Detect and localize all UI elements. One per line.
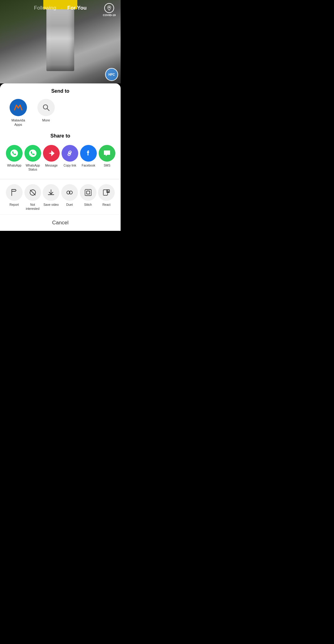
sms-icon-circle: [99, 145, 115, 162]
contact-row: Malavida Apps More: [5, 99, 116, 127]
svg-rect-9: [87, 191, 90, 194]
svg-marker-3: [49, 150, 54, 156]
nav-tabs: Following · For You: [32, 4, 89, 12]
contact-more[interactable]: More: [35, 99, 57, 127]
nav-bar: Following · For You COVID-19: [0, 0, 121, 16]
action-report[interactable]: Report: [5, 183, 24, 212]
avatar: HPC: [105, 68, 118, 81]
send-to-title: Send to: [5, 88, 116, 94]
bottom-sheet: Send to Malavida Apps: [0, 83, 121, 231]
action-duet[interactable]: Duet: [60, 183, 79, 212]
action-grid: Report Not interested Save video: [0, 182, 121, 214]
not-interested-label: Not interested: [24, 203, 41, 211]
action-not-interested[interactable]: Not interested: [24, 183, 42, 212]
report-label: Report: [10, 203, 19, 207]
divider: [0, 179, 121, 179]
react-label: React: [102, 203, 110, 207]
share-facebook[interactable]: Facebook: [79, 144, 98, 173]
copy-link-icon-circle: [62, 145, 78, 162]
nav-divider: ·: [61, 6, 62, 11]
contact-malavida[interactable]: Malavida Apps: [7, 99, 29, 127]
more-label: More: [42, 118, 50, 122]
facebook-label: Facebook: [82, 163, 95, 167]
facebook-icon-circle: [80, 145, 97, 162]
action-react[interactable]: React: [97, 183, 116, 212]
whatsapp-status-icon-circle: [24, 145, 41, 162]
covid-badge[interactable]: COVID-19: [103, 3, 116, 17]
share-to-section: Share to WhatsApp WhatsApp Status: [0, 129, 121, 176]
cancel-button[interactable]: Cancel: [52, 220, 69, 226]
save-video-icon-circle: [43, 184, 59, 201]
cancel-section: Cancel: [0, 214, 121, 231]
not-interested-icon-circle: [24, 184, 41, 201]
share-whatsapp[interactable]: WhatsApp: [5, 144, 24, 173]
report-icon-circle: [6, 184, 23, 201]
react-icon-circle: [98, 184, 115, 201]
share-grid: WhatsApp WhatsApp Status: [5, 144, 116, 174]
action-save-video[interactable]: Save video: [42, 183, 60, 212]
whatsapp-label: WhatsApp: [7, 163, 21, 167]
covid-label: COVID-19: [103, 14, 116, 17]
duet-icon-circle: [61, 184, 78, 201]
stitch-label: Stitch: [84, 203, 92, 207]
covid-icon: [104, 3, 114, 13]
share-whatsapp-status[interactable]: WhatsApp Status: [24, 144, 42, 173]
copy-link-label: Copy link: [63, 163, 76, 167]
svg-point-12: [108, 191, 108, 191]
message-icon-circle: [43, 145, 60, 162]
malavida-avatar: [10, 99, 27, 116]
tab-following[interactable]: Following: [32, 4, 59, 12]
tab-for-you[interactable]: For You: [65, 4, 89, 12]
save-video-label: Save video: [43, 203, 58, 207]
action-stitch[interactable]: Stitch: [79, 183, 97, 212]
share-message[interactable]: Message: [42, 144, 61, 173]
malavida-label: Malavida Apps: [7, 118, 29, 127]
message-label: Message: [45, 163, 58, 167]
avatar-initials: HPC: [108, 73, 115, 76]
video-background: Following · For You COVID-19 HPC: [0, 0, 121, 83]
whatsapp-status-label: WhatsApp Status: [24, 163, 41, 172]
svg-rect-8: [85, 189, 91, 196]
more-avatar: [37, 99, 55, 116]
svg-line-2: [47, 109, 49, 111]
send-to-section: Send to Malavida Apps: [0, 83, 121, 129]
svg-line-5: [30, 190, 35, 195]
stitch-icon-circle: [80, 184, 96, 201]
share-sms[interactable]: SMS: [98, 144, 116, 173]
sms-label: SMS: [104, 163, 110, 167]
share-to-title: Share to: [5, 133, 116, 139]
share-copy-link[interactable]: Copy link: [61, 144, 79, 173]
whatsapp-icon-circle: [6, 145, 23, 162]
duet-label: Duet: [66, 203, 73, 207]
